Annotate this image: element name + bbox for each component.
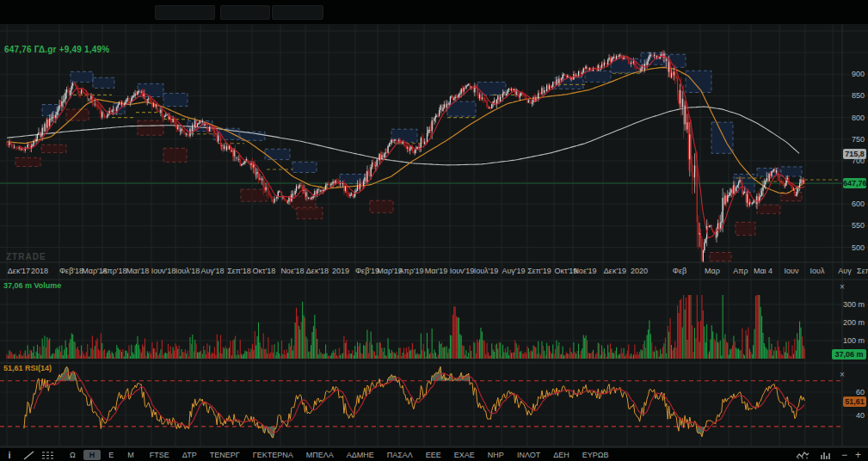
symbol-button-ΔΤΡ[interactable]: ΔΤΡ <box>176 450 203 460</box>
timeframe-button-Η[interactable]: Η <box>83 450 102 460</box>
price-axis-tick-label: 800 <box>839 114 865 122</box>
chart-canvas[interactable] <box>0 0 868 461</box>
top-bar-box[interactable] <box>272 5 323 20</box>
symbol-shortcuts: FTSEΔΤΡΤΕΝΕΡΓΓΕΚΤΕΡΝΑΜΠΕΛΑΑΔΜΗΕΠΑΣΑΛΕΕΕΕ… <box>144 450 615 460</box>
rsi-close-icon[interactable]: × <box>836 370 848 380</box>
rsi-pane-label: 51,61 RSI(14) <box>3 364 52 372</box>
volume-pane-label: 37,06 m Volume <box>3 281 61 290</box>
top-bar-box[interactable] <box>155 5 215 20</box>
trendline-icon[interactable] <box>19 449 38 461</box>
timeframe-button-Ω[interactable]: Ω <box>64 450 82 460</box>
ma200-value-badge: 715,8 <box>843 149 866 159</box>
symbol-button-ΠΑΣΑΛ[interactable]: ΠΑΣΑΛ <box>381 450 419 460</box>
symbol-button-ΓΕΚΤΕΡΝΑ[interactable]: ΓΕΚΤΕΡΝΑ <box>247 450 299 460</box>
price-axis-tick-label: 850 <box>839 91 865 100</box>
price-axis-tick-label: 550 <box>839 221 865 230</box>
symbol-button-ΤΕΝΕΡΓ[interactable]: ΤΕΝΕΡΓ <box>204 450 246 460</box>
bottom-toolbar: i ΩΗΕΜ FTSEΔΤΡΤΕΝΕΡΓΓΕΚΤΕΡΝΑΜΠΕΛΑΑΔΜΗΕΠΑ… <box>0 447 868 461</box>
indicators-icon[interactable] <box>38 449 57 461</box>
price-axis-tick-label: 600 <box>839 200 865 208</box>
symbol-button-ΝΗΡ[interactable]: ΝΗΡ <box>482 450 510 460</box>
symbol-button-ΜΠΕΛΑ[interactable]: ΜΠΕΛΑ <box>300 450 340 460</box>
price-axis-tick-label: 500 <box>839 243 865 252</box>
symbol-button-FTSE[interactable]: FTSE <box>144 450 175 460</box>
top-bar <box>0 0 868 24</box>
symbol-button-ΔΕΗ[interactable]: ΔΕΗ <box>547 450 576 460</box>
info-icon[interactable]: i <box>0 449 19 461</box>
symbol-button-ΕΥΡΩΒ[interactable]: ΕΥΡΩΒ <box>576 450 615 460</box>
timeframe-button-Ε[interactable]: Ε <box>102 450 120 460</box>
price-axis-tick-label: 900 <box>839 70 865 78</box>
volume-close-icon[interactable]: × <box>836 282 848 292</box>
volume-axis-tick-label: 300 m <box>839 300 865 309</box>
charting-app: 647,76 ΓΔ.gr +9,49 1,49% ZTRADE 37,06 m … <box>0 0 868 461</box>
symbol-button-ΙΝΛΟΤ[interactable]: ΙΝΛΟΤ <box>511 450 546 460</box>
symbol-button-ΑΔΜΗΕ[interactable]: ΑΔΜΗΕ <box>341 450 380 460</box>
volume-value-badge: 37,06 m <box>832 349 866 360</box>
x-axis-tick-label: Σεπ <box>845 267 868 275</box>
symbol-button-ΕΕΕ[interactable]: ΕΕΕ <box>420 450 447 460</box>
rsi-axis-tick-label: 40 <box>839 411 865 420</box>
last-price-badge: 647,76 <box>843 178 866 188</box>
zoom-out-icon[interactable]: − <box>841 450 847 460</box>
bar-chart-icon[interactable] <box>818 449 834 461</box>
chart-controls: − + <box>795 449 861 461</box>
volume-axis-tick-label: 200 m <box>839 318 865 327</box>
top-bar-box[interactable] <box>220 5 270 20</box>
price-axis-tick-label: 750 <box>839 135 865 144</box>
rsi-value-badge: 51,61 <box>843 396 866 407</box>
rsi-axis-tick-label: 60 <box>839 388 865 396</box>
volume-axis-tick-label: 100 m <box>839 336 865 345</box>
x-axis-tick-label: 2020 <box>620 267 658 275</box>
zoom-in-icon[interactable]: + <box>855 450 861 460</box>
timeframe-group: ΩΗΕΜ <box>64 450 140 460</box>
watermark: ZTRADE <box>6 252 46 261</box>
timeframe-button-Μ[interactable]: Μ <box>121 450 140 460</box>
line-chart-icon[interactable] <box>795 449 810 461</box>
quote-summary: 647,76 ΓΔ.gr +9,49 1,49% <box>4 45 109 54</box>
symbol-button-ΕΧΑΕ[interactable]: ΕΧΑΕ <box>448 450 481 460</box>
